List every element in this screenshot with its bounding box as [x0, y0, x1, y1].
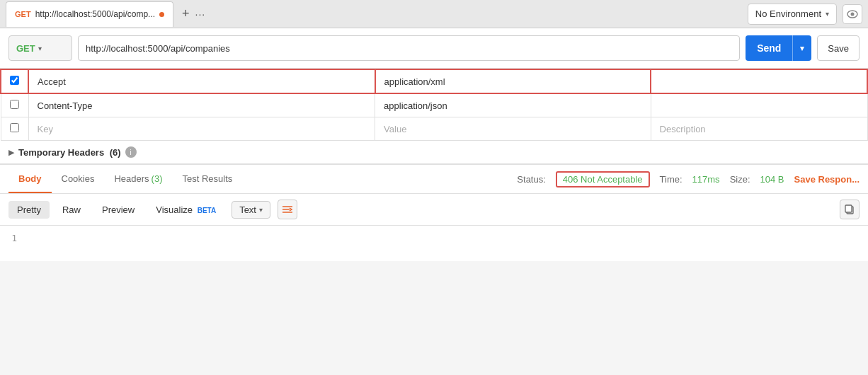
body-content[interactable] [25, 233, 868, 254]
content-type-key-cell: Content-Type [28, 93, 375, 117]
method-text: GET [16, 43, 35, 54]
environment-label: No Environment [755, 8, 821, 19]
tab-body[interactable]: Body [8, 165, 52, 193]
svg-point-1 [851, 12, 855, 16]
eye-button[interactable] [843, 4, 862, 24]
accept-checkbox-cell[interactable] [1, 69, 28, 93]
text-format-label: Text [239, 204, 256, 215]
placeholder-key: Key [28, 117, 375, 141]
content-type-desc-cell [651, 93, 867, 117]
visualize-beta-badge: BETA [198, 207, 216, 214]
status-value-box: 406 Not Acceptable [556, 171, 650, 188]
copy-icon [845, 204, 855, 214]
headers-tab-label: Headers [114, 173, 149, 184]
wrap-button[interactable] [278, 200, 297, 219]
url-input[interactable] [78, 35, 740, 61]
placeholder-checkbox[interactable] [10, 123, 19, 132]
tab-headers[interactable]: Headers (3) [104, 165, 172, 193]
placeholder-desc: Description [651, 117, 867, 141]
body-area: 1 [0, 226, 868, 261]
more-tabs-button[interactable]: ··· [195, 8, 206, 20]
placeholder-value: Value [375, 117, 651, 141]
time-value: 117ms [692, 174, 720, 185]
size-label: Size: [730, 174, 750, 185]
temp-headers-info-icon[interactable]: i [125, 146, 137, 158]
eye-icon [847, 10, 858, 18]
format-visualize-button[interactable]: Visualize BETA [147, 201, 224, 219]
tab-method-label: GET [15, 10, 31, 18]
time-label: Time: [660, 174, 683, 185]
temp-headers-text: Temporary Headers [18, 147, 104, 158]
save-response-button[interactable]: Save Respon... [794, 174, 860, 185]
status-label: Status: [517, 174, 545, 185]
content-type-checkbox-cell[interactable] [1, 93, 28, 117]
send-button[interactable]: Send ▾ [746, 35, 811, 61]
accept-checkbox[interactable] [10, 76, 19, 85]
method-chevron-icon: ▾ [38, 45, 42, 52]
header-row-placeholder: Key Value Description [1, 117, 867, 141]
tab-test-results[interactable]: Test Results [173, 165, 243, 193]
headers-table: Accept application/xml Content-Type appl… [0, 69, 868, 141]
accept-value-cell: application/xml [375, 69, 651, 93]
status-area: Status: 406 Not Acceptable Time: 117ms S… [517, 171, 860, 188]
wrap-icon [282, 204, 293, 214]
tab-bar: GET http://localhost:5000/api/comp... + … [0, 0, 868, 28]
response-tabs-bar: Body Cookies Headers (3) Test Results St… [0, 164, 868, 194]
format-bar: Pretty Raw Preview Visualize BETA Text ▾ [0, 194, 868, 226]
add-tab-button[interactable]: + [182, 6, 190, 21]
method-dropdown[interactable]: GET ▾ [8, 35, 72, 61]
request-bar: GET ▾ Send ▾ Save [0, 28, 868, 69]
temp-headers-label: Temporary Headers (6) [18, 147, 121, 158]
placeholder-checkbox-cell[interactable] [1, 117, 28, 141]
content-type-value-cell: application/json [375, 93, 651, 117]
status-value: 406 Not Acceptable [563, 174, 643, 185]
svg-rect-6 [845, 205, 852, 212]
header-row-content-type: Content-Type application/json [1, 93, 867, 117]
text-format-chevron-icon: ▾ [259, 206, 263, 214]
size-value: 104 B [760, 174, 784, 185]
send-arrow-icon: ▾ [793, 44, 811, 53]
tab-cookies[interactable]: Cookies [52, 165, 105, 193]
tab-url-label: http://localhost:5000/api/comp... [35, 9, 155, 19]
environment-dropdown[interactable]: No Environment ▾ [748, 4, 837, 25]
tab-actions: + ··· [182, 6, 205, 21]
content-type-checkbox[interactable] [10, 100, 19, 109]
environment-bar: No Environment ▾ [748, 4, 862, 25]
temp-headers-arrow-icon[interactable]: ▶ [8, 148, 14, 157]
environment-chevron-icon: ▾ [826, 10, 829, 18]
copy-button[interactable] [840, 200, 860, 219]
active-tab[interactable]: GET http://localhost:5000/api/comp... [6, 1, 173, 27]
format-pretty-button[interactable]: Pretty [8, 201, 50, 219]
accept-desc-cell [651, 69, 867, 93]
format-raw-button[interactable]: Raw [54, 201, 89, 219]
accept-key-cell: Accept [28, 69, 375, 93]
line-number-1: 1 [8, 233, 17, 243]
format-preview-button[interactable]: Preview [93, 201, 143, 219]
text-format-dropdown[interactable]: Text ▾ [232, 201, 270, 219]
tab-unsaved-dot [159, 12, 164, 17]
send-label: Send [746, 42, 792, 54]
temp-headers-row: ▶ Temporary Headers (6) i [0, 141, 868, 164]
temp-headers-count: (6) [110, 147, 121, 158]
line-numbers: 1 [0, 233, 25, 254]
save-button[interactable]: Save [817, 35, 860, 61]
header-row-accept: Accept application/xml [1, 69, 867, 93]
